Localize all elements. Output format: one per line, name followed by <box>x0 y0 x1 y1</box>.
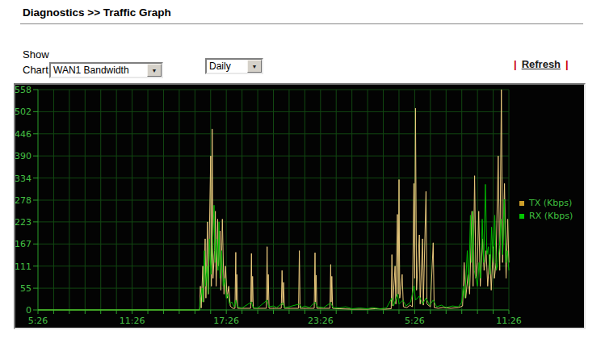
svg-text:55: 55 <box>20 283 32 294</box>
svg-text:558: 558 <box>15 85 32 95</box>
svg-text:5:26: 5:26 <box>405 316 425 326</box>
period-select-value: Daily <box>207 61 247 72</box>
svg-text:167: 167 <box>15 239 32 249</box>
traffic-graph-canvas: 0551111672232783343904465025585:2611:261… <box>15 85 584 328</box>
svg-text:446: 446 <box>15 129 32 140</box>
show-chart-label-line1: Show <box>23 47 51 62</box>
chart-type-select-value: WAN1 Bandwidth <box>51 65 147 76</box>
show-chart-label-line2: Chart: <box>23 62 51 77</box>
svg-text:0: 0 <box>26 305 32 316</box>
rx-color-swatch <box>519 214 524 219</box>
refresh-button[interactable]: Refresh <box>522 58 561 70</box>
svg-text:23:26: 23:26 <box>308 316 334 326</box>
svg-text:11:26: 11:26 <box>496 316 522 326</box>
page-title: Diagnostics >> Traffic Graph <box>23 6 171 19</box>
svg-text:11:26: 11:26 <box>120 316 145 326</box>
pipe-right: | <box>565 58 569 70</box>
svg-text:111: 111 <box>15 261 32 272</box>
svg-text:390: 390 <box>15 151 32 161</box>
traffic-graph-panel: 0551111672232783343904465025585:2611:261… <box>14 83 586 329</box>
refresh-area: |Refresh| <box>514 58 569 70</box>
legend-label-rx: RX (Kbps) <box>529 211 573 221</box>
legend-item-rx: RX (Kbps) <box>519 211 573 221</box>
legend-label-tx: TX (Kbps) <box>529 198 572 208</box>
show-chart-label: Show Chart: <box>23 47 51 77</box>
chevron-down-icon[interactable]: ▼ <box>147 64 162 77</box>
chart-type-select[interactable]: WAN1 Bandwidth ▼ <box>49 62 163 78</box>
svg-text:334: 334 <box>15 174 32 184</box>
tx-color-swatch <box>519 201 524 206</box>
svg-text:17:26: 17:26 <box>213 316 239 326</box>
chevron-down-icon[interactable]: ▼ <box>247 60 262 73</box>
svg-text:223: 223 <box>15 217 32 228</box>
svg-text:278: 278 <box>15 195 32 206</box>
svg-text:502: 502 <box>15 107 32 117</box>
chart-legend: TX (Kbps) RX (Kbps) <box>519 198 573 221</box>
title-divider <box>20 23 583 25</box>
period-select[interactable]: Daily ▼ <box>205 58 263 74</box>
pipe-left: | <box>514 58 517 70</box>
legend-item-tx: TX (Kbps) <box>519 198 573 208</box>
svg-text:5:26: 5:26 <box>28 316 48 326</box>
